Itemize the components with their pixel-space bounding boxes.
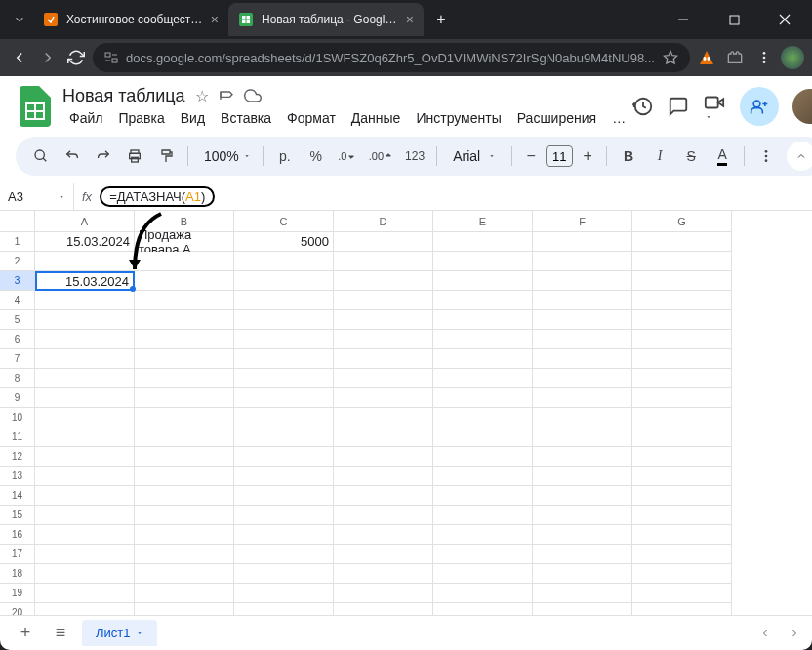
row-header-11[interactable]: 11 xyxy=(0,427,35,447)
row-header-17[interactable]: 17 xyxy=(0,545,35,564)
cell-A7[interactable] xyxy=(35,349,135,369)
cell-F2[interactable] xyxy=(533,252,632,271)
cell-D20[interactable] xyxy=(334,603,433,615)
cell-F17[interactable] xyxy=(533,545,632,564)
cell-B20[interactable] xyxy=(135,603,234,615)
cell-A6[interactable] xyxy=(35,330,135,349)
cell-A19[interactable] xyxy=(35,584,135,603)
extension-icon-2[interactable] xyxy=(724,44,747,71)
cell-G13[interactable] xyxy=(632,467,732,486)
col-header-F[interactable]: F xyxy=(533,211,632,232)
name-box[interactable]: A3 xyxy=(0,183,74,210)
cell-E18[interactable] xyxy=(433,564,533,584)
cell-G7[interactable] xyxy=(632,349,732,369)
cell-G19[interactable] xyxy=(632,584,732,603)
cell-D15[interactable] xyxy=(334,506,433,525)
cell-D2[interactable] xyxy=(334,252,433,271)
all-sheets-button[interactable]: ≡ xyxy=(47,620,74,647)
cell-E3[interactable] xyxy=(433,271,533,291)
cell-C6[interactable] xyxy=(234,330,334,349)
comments-icon[interactable] xyxy=(668,96,689,117)
maximize-button[interactable] xyxy=(712,5,755,34)
row-header-19[interactable]: 19 xyxy=(0,584,35,603)
cell-G11[interactable] xyxy=(632,427,732,447)
cell-E2[interactable] xyxy=(433,252,533,271)
cell-G9[interactable] xyxy=(632,388,732,408)
cell-G2[interactable] xyxy=(632,252,732,271)
cell-F14[interactable] xyxy=(533,486,632,506)
cell-E19[interactable] xyxy=(433,584,533,603)
menu-insert[interactable]: Вставка xyxy=(214,108,278,128)
cell-E8[interactable] xyxy=(433,369,533,388)
cell-D8[interactable] xyxy=(334,369,433,388)
cell-D13[interactable] xyxy=(334,467,433,486)
cell-F19[interactable] xyxy=(533,584,632,603)
more-toolbar-button[interactable] xyxy=(752,142,780,170)
cell-D6[interactable] xyxy=(334,330,433,349)
cell-C4[interactable] xyxy=(234,291,334,310)
cell-F5[interactable] xyxy=(533,310,632,330)
row-header-12[interactable]: 12 xyxy=(0,447,35,467)
cell-E12[interactable] xyxy=(433,447,533,467)
undo-button[interactable] xyxy=(59,142,86,170)
fontsize-dec-button[interactable]: − xyxy=(520,145,542,167)
currency-button[interactable]: р. xyxy=(271,142,299,170)
cell-G3[interactable] xyxy=(632,271,732,291)
new-tab-button[interactable]: + xyxy=(427,6,455,33)
cell-D7[interactable] xyxy=(334,349,433,369)
cell-E7[interactable] xyxy=(433,349,533,369)
menu-extensions[interactable]: Расширения xyxy=(510,108,603,128)
row-header-2[interactable]: 2 xyxy=(0,252,35,271)
scroll-left-button[interactable] xyxy=(751,620,779,647)
cell-F15[interactable] xyxy=(533,506,632,525)
row-header-7[interactable]: 7 xyxy=(0,349,35,369)
cell-B2[interactable] xyxy=(135,252,234,271)
zoom-select[interactable]: 100% xyxy=(196,142,255,170)
cell-E10[interactable] xyxy=(433,408,533,427)
cell-B18[interactable] xyxy=(135,564,234,584)
cell-C11[interactable] xyxy=(234,427,334,447)
cell-B6[interactable] xyxy=(135,330,234,349)
sheet-tab-active[interactable]: Лист1 xyxy=(82,620,157,646)
more-formats-button[interactable]: 123 xyxy=(401,142,428,170)
cell-D11[interactable] xyxy=(334,427,433,447)
cell-C18[interactable] xyxy=(234,564,334,584)
cell-F8[interactable] xyxy=(533,369,632,388)
browser-tab-1[interactable]: Новая таблица - Google Табли × xyxy=(228,3,424,36)
fontsize-inc-button[interactable]: + xyxy=(577,145,598,167)
cell-C15[interactable] xyxy=(234,506,334,525)
add-sheet-button[interactable]: + xyxy=(12,620,39,647)
cell-F16[interactable] xyxy=(533,525,632,545)
cell-C16[interactable] xyxy=(234,525,334,545)
menu-edit[interactable]: Правка xyxy=(111,108,171,128)
spreadsheet-grid[interactable]: ABCDEFG115.03.2024Продажа товара А500023… xyxy=(0,211,812,615)
cell-E5[interactable] xyxy=(433,310,533,330)
cell-C17[interactable] xyxy=(234,545,334,564)
cell-C10[interactable] xyxy=(234,408,334,427)
col-header-C[interactable]: C xyxy=(234,211,334,232)
cell-A13[interactable] xyxy=(35,467,135,486)
cell-E9[interactable] xyxy=(433,388,533,408)
cell-E15[interactable] xyxy=(433,506,533,525)
close-window-button[interactable] xyxy=(763,5,806,34)
menu-file[interactable]: Файл xyxy=(62,108,109,128)
bold-button[interactable]: B xyxy=(615,142,642,170)
cell-E16[interactable] xyxy=(433,525,533,545)
cell-D4[interactable] xyxy=(334,291,433,310)
bookmark-star-icon[interactable] xyxy=(663,50,678,65)
cell-C8[interactable] xyxy=(234,369,334,388)
search-menu-icon[interactable] xyxy=(27,142,55,170)
cell-F1[interactable] xyxy=(533,232,632,252)
cell-D16[interactable] xyxy=(334,525,433,545)
percent-button[interactable]: % xyxy=(303,142,330,170)
cell-F20[interactable] xyxy=(533,603,632,615)
cell-A11[interactable] xyxy=(35,427,135,447)
cell-A2[interactable] xyxy=(35,252,135,271)
cell-D1[interactable] xyxy=(334,232,433,252)
reload-button[interactable] xyxy=(64,44,87,71)
cell-F3[interactable] xyxy=(533,271,632,291)
cell-C20[interactable] xyxy=(234,603,334,615)
row-header-9[interactable]: 9 xyxy=(0,388,35,408)
text-color-button[interactable]: A xyxy=(709,142,736,170)
cell-G10[interactable] xyxy=(632,408,732,427)
